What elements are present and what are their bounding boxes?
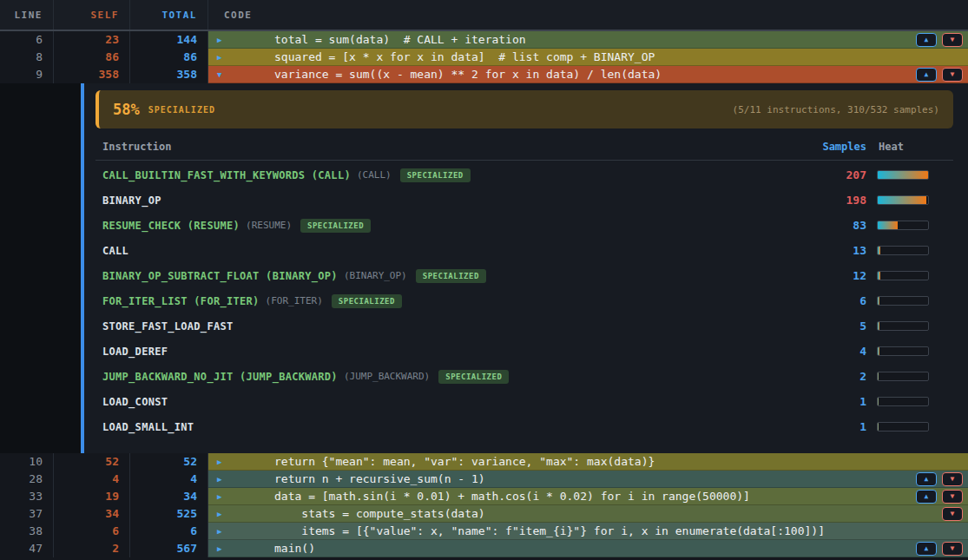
jump-down-button[interactable]: ▼ <box>942 490 963 504</box>
expand-arrow-icon[interactable]: ▶ <box>217 31 221 49</box>
heat-bar <box>877 271 929 280</box>
instruction-row: BINARY_OP_SUBTRACT_FLOAT (BINARY_OP)(BIN… <box>95 263 953 288</box>
instruction-base-name: (JUMP_BACKWARD) <box>344 371 430 382</box>
specialized-label: SPECIALIZED <box>148 105 215 115</box>
specialized-badge: SPECIALIZED <box>332 294 402 308</box>
specialization-banner: 58% SPECIALIZED (5/11 instructions, 310/… <box>95 90 953 128</box>
code-line-row[interactable]: 2844▶return n + recursive_sum(n - 1)▲▼ <box>0 471 968 488</box>
specialized-badge: SPECIALIZED <box>300 219 371 233</box>
instruction-row: BINARY_OP198 <box>95 188 953 213</box>
collapse-arrow-icon[interactable]: ▼ <box>217 66 221 83</box>
jump-up-button[interactable]: ▲ <box>916 68 937 82</box>
code-line-row[interactable]: 623144▶total = sum(data) # CALL + iterat… <box>0 31 968 49</box>
instruction-name-cell: FOR_ITER_LIST (FOR_ITER)(FOR_ITER)SPECIA… <box>95 294 781 308</box>
code-line-row[interactable]: 3866▶ items = [{"value": x, "name": f"it… <box>0 523 968 540</box>
code-cell[interactable]: ▶main()▲▼ <box>208 540 968 557</box>
instruction-row: FOR_ITER_LIST (FOR_ITER)(FOR_ITER)SPECIA… <box>95 288 953 313</box>
code-line-row[interactable]: 88686▶squared = [x * x for x in data] # … <box>0 49 968 66</box>
code-cell[interactable]: ▶ stats = compute_stats(data)▼ <box>208 505 968 523</box>
code-text: variance = sum((x - mean) ** 2 for x in … <box>274 68 662 81</box>
instruction-name-cell: LOAD_CONST <box>95 396 781 408</box>
instruction-samples: 2 <box>781 370 877 383</box>
instruction-heat-cell <box>877 346 953 356</box>
instruction-samples: 1 <box>781 395 877 408</box>
code-cell[interactable]: ▶total = sum(data) # CALL + iteration▲▼ <box>208 31 968 49</box>
heat-bar <box>877 346 929 356</box>
code-cell[interactable]: ▶return n + recursive_sum(n - 1)▲▼ <box>208 471 968 488</box>
instruction-base-name: (CALL) <box>357 169 392 181</box>
total-column-header[interactable]: TOTAL <box>130 0 208 30</box>
code-line-row[interactable]: 9358358▼variance = sum((x - mean) ** 2 f… <box>0 66 968 83</box>
self-column-header[interactable]: SELF <box>54 0 130 30</box>
instruction-table-header: Instruction Samples Heat <box>95 128 953 161</box>
expand-arrow-icon[interactable]: ▶ <box>217 488 221 505</box>
jump-up-button[interactable]: ▲ <box>916 490 937 504</box>
instruction-heat-cell <box>877 372 953 381</box>
instruction-row: CALL_BUILTIN_FAST_WITH_KEYWORDS (CALL)(C… <box>95 162 953 188</box>
expand-arrow-icon[interactable]: ▶ <box>217 453 221 471</box>
instruction-heat-cell <box>877 296 953 306</box>
instruction-samples: 5 <box>781 320 877 333</box>
instruction-column-header[interactable]: Instruction <box>95 141 781 153</box>
code-text: stats = compute_stats(data) <box>274 507 485 520</box>
code-cell[interactable]: ▶squared = [x * x for x in data] # list … <box>208 49 968 66</box>
instruction-row: JUMP_BACKWARD_NO_JIT (JUMP_BACKWARD)(JUM… <box>95 364 953 389</box>
expand-arrow-icon[interactable]: ▶ <box>217 505 221 523</box>
heat-bar-fill <box>878 347 879 355</box>
self-samples: 23 <box>54 31 130 49</box>
row-actions: ▲▼ <box>916 68 963 82</box>
row-actions: ▼ <box>942 507 963 521</box>
expand-arrow-icon[interactable]: ▶ <box>217 523 221 540</box>
jump-down-button[interactable]: ▼ <box>942 68 963 82</box>
expand-arrow-icon[interactable]: ▶ <box>217 540 221 557</box>
line-number: 33 <box>0 488 54 505</box>
jump-up-button[interactable]: ▲ <box>916 33 937 47</box>
heat-bar <box>877 170 929 180</box>
code-cell[interactable]: ▶return {"mean": mean, "var": variance, … <box>208 453 968 471</box>
jump-down-button[interactable]: ▼ <box>942 33 963 47</box>
instruction-name-cell: LOAD_SMALL_INT <box>95 421 781 433</box>
instruction-samples: 1 <box>781 420 877 433</box>
code-column-header[interactable]: CODE <box>208 0 968 30</box>
line-number: 47 <box>0 540 54 557</box>
heat-bar <box>877 422 929 432</box>
instruction-row: LOAD_SMALL_INT1 <box>95 414 953 439</box>
profiler-window: LINE SELF TOTAL CODE 623144▶total = sum(… <box>0 0 968 560</box>
code-line-row[interactable]: 472567▶main()▲▼ <box>0 540 968 557</box>
code-cell[interactable]: ▶data = [math.sin(i * 0.01) + math.cos(i… <box>208 488 968 505</box>
heat-column-header[interactable]: Heat <box>877 141 953 153</box>
instruction-name: LOAD_DEREF <box>102 346 168 358</box>
heat-bar-fill <box>878 322 879 330</box>
instruction-name-cell: BINARY_OP <box>95 194 781 207</box>
self-samples: 4 <box>54 471 130 488</box>
jump-down-button[interactable]: ▼ <box>942 507 963 521</box>
expand-arrow-icon[interactable]: ▶ <box>217 471 221 488</box>
instruction-heat-cell <box>877 397 953 406</box>
instruction-samples: 6 <box>781 294 877 307</box>
instruction-heat-cell <box>877 321 953 331</box>
instruction-heat-cell <box>877 195 953 205</box>
row-actions: ▲▼ <box>916 542 963 556</box>
code-cell[interactable]: ▼variance = sum((x - mean) ** 2 for x in… <box>208 66 968 83</box>
instruction-name-cell: LOAD_DEREF <box>95 346 781 358</box>
instruction-heat-cell <box>877 246 953 255</box>
samples-column-header[interactable]: Samples <box>781 141 877 153</box>
instruction-row: LOAD_DEREF4 <box>95 339 953 364</box>
line-number: 9 <box>0 66 54 83</box>
code-text: squared = [x * x for x in data] # list c… <box>274 50 655 63</box>
jump-down-button[interactable]: ▼ <box>942 472 963 486</box>
jump-up-button[interactable]: ▲ <box>916 542 937 556</box>
line-number: 38 <box>0 523 54 540</box>
code-line-row[interactable]: 3734525▶ stats = compute_stats(data)▼ <box>0 505 968 523</box>
instruction-heat-cell <box>877 221 953 230</box>
code-line-row[interactable]: 105252▶return {"mean": mean, "var": vari… <box>0 453 968 471</box>
instruction-samples: 13 <box>781 244 877 257</box>
instruction-base-name: (FOR_ITER) <box>266 295 323 306</box>
jump-down-button[interactable]: ▼ <box>942 542 963 556</box>
expand-arrow-icon[interactable]: ▶ <box>217 49 221 66</box>
line-column-header[interactable]: LINE <box>0 0 54 30</box>
jump-up-button[interactable]: ▲ <box>916 472 937 486</box>
code-cell[interactable]: ▶ items = [{"value": x, "name": f"item_{… <box>208 523 968 540</box>
instruction-name: RESUME_CHECK (RESUME) <box>102 220 240 232</box>
code-line-row[interactable]: 331934▶data = [math.sin(i * 0.01) + math… <box>0 488 968 505</box>
